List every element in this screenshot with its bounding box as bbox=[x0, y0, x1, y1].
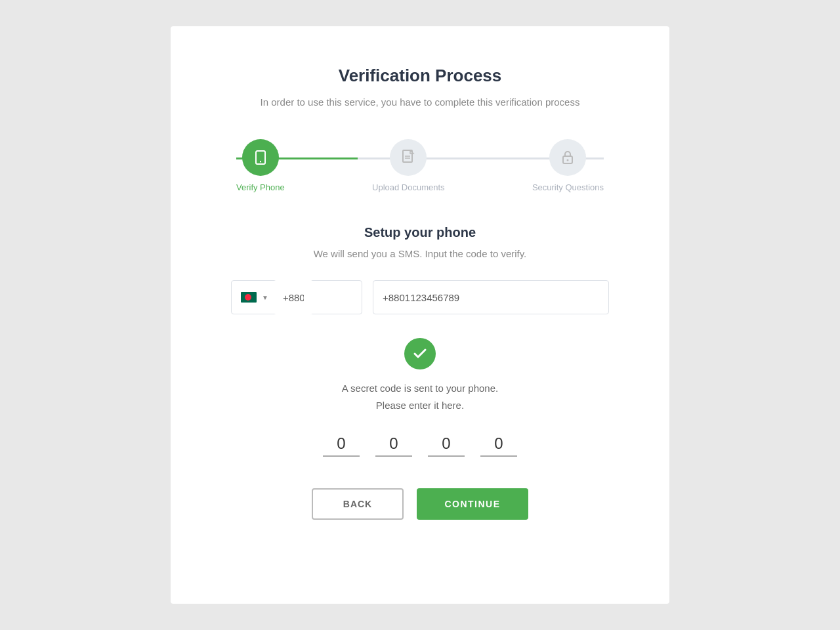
flag-bangladesh bbox=[241, 292, 257, 303]
otp-input-row bbox=[323, 434, 517, 457]
continue-button[interactable]: CONTINUE bbox=[417, 488, 528, 520]
success-check-circle bbox=[404, 338, 436, 369]
phone-number-input[interactable] bbox=[373, 280, 609, 314]
chevron-down-icon: ▼ bbox=[262, 294, 268, 301]
secret-code-message: A secret code is sent to your phone. Ple… bbox=[342, 380, 498, 413]
step-label-upload-documents: Upload Documents bbox=[372, 182, 445, 192]
phone-code-input[interactable] bbox=[274, 280, 313, 314]
step-label-verify-phone: Verify Phone bbox=[236, 182, 285, 192]
flag-red bbox=[245, 294, 251, 301]
page-title: Verification Process bbox=[339, 66, 502, 86]
buttons-row: BACK CONTINUE bbox=[312, 488, 528, 520]
section-title: Setup your phone bbox=[364, 225, 476, 240]
check-icon bbox=[412, 346, 428, 362]
phone-icon bbox=[253, 150, 268, 165]
otp-digit-4[interactable] bbox=[480, 434, 517, 457]
svg-point-2 bbox=[260, 161, 261, 163]
step-label-security-questions: Security Questions bbox=[532, 182, 604, 192]
phone-input-row: ▼ bbox=[223, 280, 617, 314]
svg-point-7 bbox=[567, 159, 569, 161]
back-button[interactable]: BACK bbox=[312, 488, 404, 520]
country-selector[interactable]: ▼ bbox=[231, 280, 362, 314]
stepper-steps: Verify Phone Upload Documents bbox=[236, 139, 604, 192]
step-security-questions: Security Questions bbox=[532, 139, 604, 192]
lock-icon bbox=[560, 150, 575, 165]
document-icon bbox=[401, 150, 415, 165]
otp-digit-2[interactable] bbox=[375, 434, 412, 457]
step-verify-phone: Verify Phone bbox=[236, 139, 285, 192]
section-subtitle: We will send you a SMS. Input the code t… bbox=[314, 248, 527, 259]
step-circle-security-questions bbox=[549, 139, 586, 176]
step-circle-upload-documents bbox=[390, 139, 427, 176]
step-upload-documents: Upload Documents bbox=[372, 139, 445, 192]
verification-card: Verification Process In order to use thi… bbox=[171, 26, 669, 604]
page-subtitle: In order to use this service, you have t… bbox=[261, 96, 580, 108]
stepper: Verify Phone Upload Documents bbox=[223, 139, 617, 192]
step-circle-verify-phone bbox=[242, 139, 279, 176]
otp-digit-1[interactable] bbox=[323, 434, 360, 457]
otp-digit-3[interactable] bbox=[428, 434, 465, 457]
